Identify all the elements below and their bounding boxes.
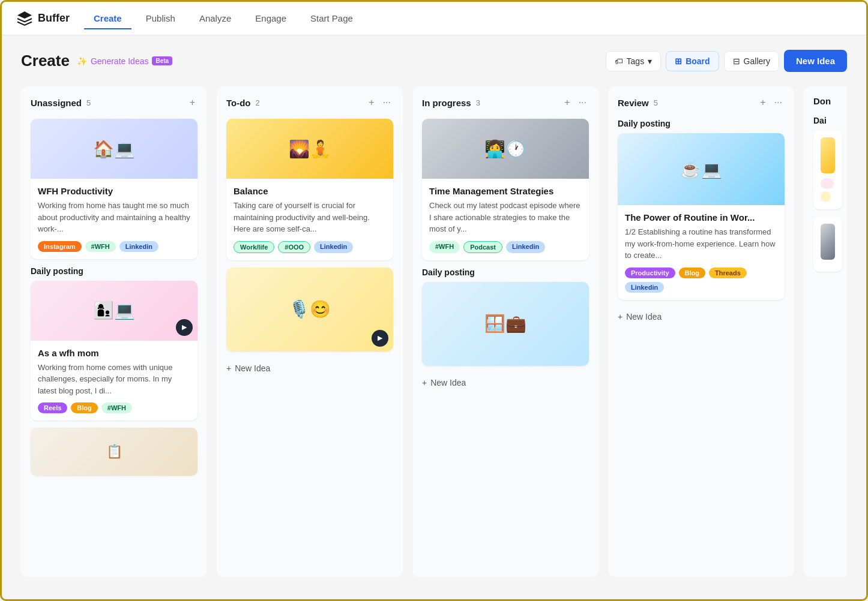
- chevron-down-icon: ▾: [648, 56, 652, 66]
- tag-wfh-2: #WFH: [101, 402, 132, 413]
- column-review: Review 5 + ··· Daily posting ☕💻 The Powe…: [608, 86, 794, 577]
- nav-engage[interactable]: Engage: [246, 8, 296, 29]
- new-idea-review[interactable]: + New Idea: [618, 307, 785, 326]
- sparkle-icon: ✨: [77, 56, 87, 66]
- gallery-view-button[interactable]: ⊟ Gallery: [724, 51, 779, 71]
- partial-tag-yellow: [821, 191, 831, 202]
- card-title-routine: The Power of Routine in Wor...: [625, 212, 777, 223]
- header-actions: 🏷 Tags ▾ ⊞ Board ⊟ Gallery New Idea: [606, 50, 847, 72]
- group-label-daily-in-progress: Daily posting: [422, 268, 589, 277]
- buffer-logo-icon: [16, 10, 33, 27]
- column-header-done: Don: [813, 96, 842, 106]
- board-icon: ⊞: [675, 56, 682, 66]
- col-more-todo[interactable]: ···: [381, 96, 393, 109]
- col-actions-in-progress: + ···: [562, 96, 589, 109]
- nav-start-page[interactable]: Start Page: [301, 8, 363, 29]
- page-header: Create ✨ Generate Ideas Beta 🏷 Tags ▾ ⊞ …: [21, 50, 847, 72]
- card-body-routine: The Power of Routine in Wor... 1/2 Estab…: [618, 205, 785, 300]
- tag-blog-2: Blog: [679, 268, 705, 278]
- tag-linkedin-4: Linkedin: [625, 282, 664, 293]
- column-header-review: Review 5 + ···: [618, 96, 785, 109]
- col-add-todo[interactable]: +: [366, 96, 376, 109]
- tag-linkedin-3: Linkedin: [506, 241, 545, 253]
- col-title-review: Review: [618, 98, 649, 108]
- col-add-in-progress[interactable]: +: [562, 96, 572, 109]
- card-body-wfh: WFH Productivity Working from home has t…: [31, 179, 197, 259]
- col-count-unassigned: 5: [86, 98, 91, 107]
- new-idea-button[interactable]: New Idea: [784, 50, 847, 72]
- tags-button[interactable]: 🏷 Tags ▾: [606, 51, 662, 71]
- logo: Buffer: [16, 10, 70, 27]
- new-idea-in-progress[interactable]: + New Idea: [422, 373, 589, 392]
- gallery-icon: ⊟: [733, 56, 740, 66]
- column-header-unassigned: Unassigned 5 +: [31, 96, 197, 109]
- card-desc-wfh: Working from home has taught me so much …: [38, 200, 190, 235]
- tag-podcast: Podcast: [463, 241, 502, 253]
- new-idea-todo[interactable]: + New Idea: [226, 359, 393, 378]
- card-image-planner: 📋: [31, 428, 197, 476]
- column-unassigned: Unassigned 5 + 🏠💻 WFH Productivity Worki…: [21, 86, 207, 577]
- card-image-container-podcast: 🎙️😊 ▶: [226, 268, 393, 351]
- page-title-area: Create ✨ Generate Ideas Beta: [21, 52, 172, 70]
- card-image-mom: 👩‍👦💻: [31, 281, 197, 341]
- nav-create[interactable]: Create: [84, 8, 131, 29]
- tag-reels: Reels: [38, 402, 67, 413]
- col-add-unassigned[interactable]: +: [187, 96, 197, 109]
- card-image-wfh: 🏠💻: [31, 119, 197, 179]
- card-image-daily: 🪟💼: [422, 282, 589, 366]
- card-title-time: Time Management Strategies: [429, 186, 582, 196]
- column-done-partial: Don Dai: [804, 86, 847, 577]
- tag-wfh-1: #WFH: [85, 241, 116, 252]
- plus-icon-review: +: [618, 312, 622, 321]
- nav-analyze[interactable]: Analyze: [190, 8, 241, 29]
- col-count-review: 5: [654, 98, 658, 107]
- page-title: Create: [21, 52, 70, 70]
- card-tags-wfh: Instagram #WFH Linkedin: [38, 241, 190, 252]
- column-in-progress: In progress 3 + ··· 👩‍💻🕐 Time Management…: [412, 86, 598, 577]
- card-desc-mom: Working from home comes with unique chal…: [38, 362, 190, 397]
- tag-icon: 🏷: [615, 56, 623, 66]
- card-body-time: Time Management Strategies Check out my …: [422, 179, 589, 260]
- card-image-container-mom: 👩‍👦💻 ▶: [31, 281, 197, 341]
- card-image-time: 👩‍💻🕐: [422, 119, 589, 179]
- column-header-in-progress: In progress 3 + ···: [422, 96, 589, 109]
- card-desc-balance: Taking care of yourself is crucial for m…: [234, 200, 386, 235]
- beta-badge: Beta: [152, 56, 172, 65]
- card-body-mom: As a wfh mom Working from home comes wit…: [31, 341, 197, 421]
- video-badge-podcast: ▶: [372, 330, 388, 347]
- board-view-button[interactable]: ⊞ Board: [666, 51, 719, 71]
- partial-img-2: [821, 224, 835, 260]
- tag-linkedin-1: Linkedin: [119, 241, 158, 252]
- partial-tag-pink: [821, 178, 834, 189]
- card-title-wfh: WFH Productivity: [38, 186, 190, 196]
- col-title-unassigned: Unassigned: [31, 98, 82, 108]
- card-podcast: 🎙️😊 ▶: [226, 268, 393, 351]
- generate-ideas-button[interactable]: ✨ Generate Ideas Beta: [77, 56, 172, 66]
- card-image-routine: ☕💻: [618, 133, 785, 205]
- card-time-management: 👩‍💻🕐 Time Management Strategies Check ou…: [422, 119, 589, 260]
- group-label-daily-review: Daily posting: [618, 119, 785, 128]
- col-more-in-progress[interactable]: ···: [576, 96, 589, 109]
- card-planner-partial: 📋: [31, 428, 197, 476]
- card-daily-in-progress: 🪟💼: [422, 282, 589, 366]
- tag-ooo: #OOO: [278, 241, 310, 253]
- partial-card-2: [813, 217, 842, 272]
- tag-worklife: Work/life: [234, 241, 274, 253]
- col-add-review[interactable]: +: [758, 96, 768, 109]
- col-actions-todo: + ···: [366, 96, 393, 109]
- card-tags-balance: Work/life #OOO Linkedin: [234, 241, 386, 253]
- col-more-review[interactable]: ···: [772, 96, 785, 109]
- card-tags-mom: Reels Blog #WFH: [38, 402, 190, 413]
- video-badge-mom: ▶: [176, 319, 193, 336]
- logo-text: Buffer: [38, 12, 70, 25]
- card-balance: 🌄🧘 Balance Taking care of yourself is cr…: [226, 119, 393, 260]
- col-count-todo: 2: [256, 98, 260, 107]
- tag-productivity: Productivity: [625, 268, 675, 278]
- nav-publish[interactable]: Publish: [136, 8, 185, 29]
- column-header-todo: To-do 2 + ···: [226, 96, 393, 109]
- top-nav: Buffer Create Publish Analyze Engage Sta…: [2, 2, 866, 35]
- card-tags-time: #WFH Podcast Linkedin: [429, 241, 582, 253]
- tag-blog-1: Blog: [71, 402, 97, 413]
- card-image-balance: 🌄🧘: [226, 119, 393, 179]
- column-todo: To-do 2 + ··· 🌄🧘 Balance Taking care of …: [217, 86, 403, 577]
